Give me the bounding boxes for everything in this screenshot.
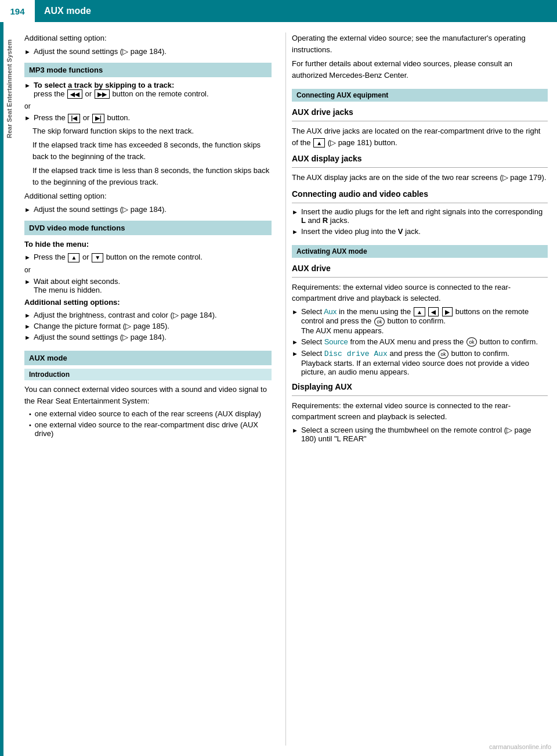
dvd-wait: Wait about eight seconds. The menu is hi… xyxy=(34,277,120,294)
aux-mode-title: AUX mode xyxy=(29,354,67,362)
adjust-sound-2: Adjust the sound settings (▷ page 184). xyxy=(34,205,167,214)
header-bar: 194 AUX mode xyxy=(0,0,557,22)
select-aux-desc: Select Aux in the menu using the ▲ ◀ ▶ b… xyxy=(301,307,548,335)
select-screen-arrow: ► Select a screen using the thumbwheel o… xyxy=(292,426,548,443)
aux-display-jacks-heading: AUX display jacks xyxy=(292,154,548,163)
additional-options-bold: Additional setting options: xyxy=(24,297,272,308)
mp3-skip-desc: The skip forward function skips to the n… xyxy=(32,125,272,137)
select-source-desc: Select Source from the AUX menu and pres… xyxy=(301,337,538,347)
further-details: For further details about external video… xyxy=(292,58,548,81)
mp3-track-label: To select a track by skipping to a track… xyxy=(34,81,175,89)
arrow-icon-6: ► xyxy=(24,278,31,285)
operating-text: Operating the external video source; see… xyxy=(292,33,548,55)
dvd-section-title: DVD video mode functions xyxy=(29,224,125,232)
header-title: AUX mode xyxy=(44,6,91,16)
aux-mode-box: AUX mode xyxy=(24,351,272,365)
next-btn: ▶| xyxy=(92,114,104,123)
main-content: Additional setting option: ► Adjust the … xyxy=(19,22,557,756)
playback-starts: Playback starts. If an external video so… xyxy=(301,359,529,376)
additional-options-label: Additional setting options: xyxy=(24,298,120,307)
bullet1-item: • one external video source to each of t… xyxy=(29,409,272,418)
activating-aux-box: Activating AUX mode xyxy=(292,245,548,258)
introduction-box: Introduction xyxy=(24,369,272,380)
insert-video-desc: Insert the video plug into the V jack. xyxy=(301,227,421,236)
arrow-icon-4: ► xyxy=(24,206,31,213)
bullet2-item: • one external video source to the rear-… xyxy=(29,420,272,438)
dvd-hide-bold: To hide the menu: xyxy=(24,239,272,250)
mp3-press-item: ► Press the |◀ or ▶| button. xyxy=(24,113,272,123)
forward-btn: ▶▶ xyxy=(95,89,110,99)
divider-2 xyxy=(292,167,548,168)
arrow-icon-3: ► xyxy=(24,114,31,121)
adjust-brightness-arrow: ► Adjust the brightness, contrast and co… xyxy=(24,311,272,319)
dvd-press-item: ► Press the ▲ or ▼ button on the remote … xyxy=(24,253,272,262)
down-btn: ▼ xyxy=(92,253,103,262)
arrow-icon-7: ► xyxy=(24,312,31,319)
displaying-aux-heading: Displaying AUX xyxy=(292,382,548,391)
arrow-icon-2: ► xyxy=(24,82,31,89)
mp3-section-title: MP3 mode functions xyxy=(29,66,103,74)
select-disc-arrow: ► Select Disc drive Aux and press the ok… xyxy=(292,349,548,376)
requirements-drive: Requirements: the external video source … xyxy=(292,282,548,304)
divider-4 xyxy=(292,277,548,278)
dvd-section-box: DVD video mode functions xyxy=(24,221,272,235)
select-aux-arrow: ► Select Aux in the menu using the ▲ ◀ ▶… xyxy=(292,307,548,335)
mp3-track-bold: To select a track by skipping to a track… xyxy=(34,81,209,99)
disc-drive-link: Disc drive Aux xyxy=(324,350,388,358)
arrow-icon-10: ► xyxy=(292,208,298,215)
arrow-icon-8: ► xyxy=(24,323,31,330)
sidebar-bar xyxy=(0,22,3,756)
intro-text: Additional setting option: xyxy=(24,33,272,44)
or-1: or xyxy=(24,101,272,111)
adjust-sound-3-arrow: ► Adjust the sound settings (▷ page 184)… xyxy=(24,333,272,341)
prev-btn: |◀ xyxy=(68,114,80,123)
arrow-icon-1: ► xyxy=(24,48,31,55)
sidebar-label: Rear Seat Entertainment System xyxy=(6,39,13,138)
mp3-press-desc: Press the |◀ or ▶| button. xyxy=(34,113,130,123)
adjust-brightness: Adjust the brightness, contrast and colo… xyxy=(34,311,217,319)
adjust-sound-3: Adjust the sound settings (▷ page 184). xyxy=(34,333,167,341)
insert-audio-desc: Insert the audio plugs for the left and … xyxy=(301,207,548,225)
arrow-icon-5: ► xyxy=(24,254,31,261)
select-screen: Select a screen using the thumbwheel on … xyxy=(301,426,548,443)
aux-drive-jacks-desc: The AUX drive jacks are located on the r… xyxy=(292,125,548,148)
mp3-track-desc: press the ◀◀ or ▶▶ button on the remote … xyxy=(34,89,209,98)
change-picture: Change the picture format (▷ page 185). xyxy=(34,322,169,330)
requirements-screen: Requirements: the external video source … xyxy=(292,400,548,423)
aux-link: Aux xyxy=(324,307,337,316)
source-link: Source xyxy=(324,337,348,346)
arrow-icon-11: ► xyxy=(292,228,298,235)
right-column: Operating the external video source; see… xyxy=(285,33,548,746)
aux-display-jacks-desc: The AUX display jacks are on the side of… xyxy=(292,172,548,183)
dvd-wait-item: ► Wait about eight seconds. The menu is … xyxy=(24,277,272,294)
bullet1: one external video source to each of the… xyxy=(35,409,261,418)
arrow-icon-13: ► xyxy=(292,339,298,345)
dvd-press-desc: Press the ▲ or ▼ button on the remote co… xyxy=(34,253,202,262)
dvd-menu-hidden: The menu is hidden. xyxy=(34,286,102,294)
mp3-section-box: MP3 mode functions xyxy=(24,63,272,77)
aux-drive-heading: AUX drive xyxy=(292,264,548,273)
adjust-sound-2-arrow: ► Adjust the sound settings (▷ page 184)… xyxy=(24,205,272,214)
ok-btn-2: ok xyxy=(466,337,477,347)
arrow-icon-15: ► xyxy=(292,427,298,434)
introduction-title: Introduction xyxy=(29,370,70,379)
or-2: or xyxy=(24,265,272,275)
dot-icon-2: • xyxy=(29,422,31,429)
mp3-elapsed-1: If the elapsed track time has exceeded 8… xyxy=(32,139,272,162)
insert-audio-arrow: ► Insert the audio plugs for the left an… xyxy=(292,207,548,225)
aux-menu-appears: The AUX menu appears. xyxy=(301,326,384,335)
aux-drive-jacks-heading: AUX drive jacks xyxy=(292,107,548,117)
connecting-cables-heading: Connecting audio and video cables xyxy=(292,189,548,199)
dot-icon-1: • xyxy=(29,411,31,417)
forward-btn-2: ▶ xyxy=(442,307,453,316)
connecting-title: Connecting AUX equipment xyxy=(296,91,388,99)
additional-option-2: Additional setting option: xyxy=(24,190,272,202)
rewind-btn: ◀◀ xyxy=(67,89,82,99)
divider-5 xyxy=(292,395,548,396)
activating-title: Activating AUX mode xyxy=(296,247,367,255)
ok-btn-1: ok xyxy=(374,317,385,326)
left-column: Additional setting option: ► Adjust the … xyxy=(24,33,285,746)
rewind-btn-2: ◀ xyxy=(428,307,439,316)
sidebar: Rear Seat Entertainment System xyxy=(0,22,19,756)
up-btn: ▲ xyxy=(68,253,79,262)
